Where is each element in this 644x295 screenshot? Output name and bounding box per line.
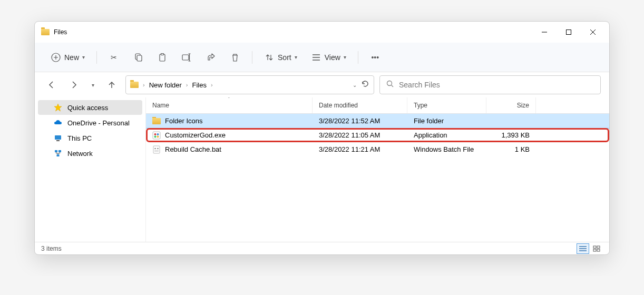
list-icon (311, 52, 321, 63)
svg-point-27 (154, 133, 157, 135)
rename-button[interactable] (176, 49, 197, 66)
column-type-label: Type (414, 102, 427, 109)
details-view-toggle[interactable] (577, 243, 589, 254)
sidebar-item-network[interactable]: Network (38, 146, 142, 161)
chevron-down-icon: ▾ (344, 54, 346, 60)
file-name: Folder Icons (165, 117, 203, 125)
svg-point-18 (387, 81, 392, 86)
search-box[interactable] (379, 75, 601, 94)
svg-rect-22 (56, 140, 60, 141)
titlebar: Files (35, 22, 609, 43)
scissors-icon: ✂ (109, 52, 119, 63)
content-area: Quick access OneDrive - Personal This PC… (35, 97, 609, 242)
file-row[interactable]: CustomizerGod.exe3/28/2022 11:05 AMAppli… (146, 128, 609, 142)
close-button[interactable] (581, 24, 605, 41)
recent-dropdown[interactable]: ▾ (87, 76, 98, 93)
sidebar-item-onedrive[interactable]: OneDrive - Personal (38, 115, 142, 130)
up-button[interactable] (103, 76, 120, 93)
file-row[interactable]: Rebuild Cache.bat3/28/2022 11:21 AMWindo… (146, 142, 609, 156)
address-bar[interactable]: › New folder › Files › ⌄ (125, 75, 374, 94)
svg-rect-39 (597, 246, 600, 248)
ellipsis-icon: ••• (370, 52, 380, 63)
toolbar: New ▾ ✂ Sort ▾ View ▾ ••• (35, 43, 609, 72)
chevron-down-icon: ▾ (295, 54, 297, 60)
file-name: CustomizerGod.exe (165, 131, 226, 139)
svg-rect-38 (593, 246, 596, 248)
view-button[interactable]: View ▾ (306, 49, 352, 66)
cloud-icon (54, 119, 62, 127)
file-explorer-window: Files New ▾ ✂ Sort ▾ View ▾ (34, 21, 610, 255)
search-input[interactable] (399, 81, 594, 89)
sidebar-item-label: OneDrive - Personal (67, 119, 130, 127)
maximize-button[interactable] (557, 24, 581, 41)
share-button[interactable] (200, 49, 221, 66)
chevron-down-icon[interactable]: ⌄ (353, 82, 357, 88)
sort-button[interactable]: Sort ▾ (259, 49, 303, 66)
nav-row: ▾ › New folder › Files › ⌄ (35, 72, 609, 97)
sidebar-item-label: Network (67, 150, 93, 158)
sidebar-item-label: This PC (67, 134, 92, 142)
sidebar-item-quick-access[interactable]: Quick access (38, 100, 142, 115)
folder-icon (41, 29, 50, 35)
svg-rect-11 (182, 55, 189, 60)
minimize-button[interactable] (532, 24, 557, 41)
breadcrumb-segment[interactable]: New folder (147, 80, 184, 90)
svg-rect-34 (154, 150, 159, 152)
chevron-right-icon: › (211, 82, 213, 88)
file-size: 1,393 KB (486, 131, 536, 139)
status-text: 3 items (41, 245, 62, 252)
more-button[interactable]: ••• (365, 49, 386, 66)
back-button[interactable] (43, 76, 60, 93)
column-name-label: Name (152, 102, 169, 109)
view-label: View (325, 53, 340, 62)
paste-button[interactable] (152, 49, 173, 66)
plus-circle-icon (51, 52, 61, 63)
svg-point-32 (154, 148, 156, 149)
column-date[interactable]: Date modified (313, 97, 407, 113)
svg-rect-10 (161, 53, 164, 55)
svg-rect-41 (597, 249, 600, 251)
network-icon (54, 149, 62, 158)
pc-icon (54, 134, 62, 142)
svg-rect-24 (58, 150, 61, 152)
svg-point-28 (157, 133, 159, 135)
new-button[interactable]: New ▾ (45, 49, 90, 66)
sidebar-item-label: Quick access (67, 104, 108, 112)
refresh-button[interactable] (361, 80, 369, 90)
bat-icon (152, 145, 161, 154)
chevron-right-icon: › (143, 82, 145, 88)
column-size[interactable]: Size (486, 97, 536, 113)
search-icon (386, 80, 394, 90)
svg-rect-23 (55, 150, 57, 152)
cut-button[interactable]: ✂ (103, 49, 124, 66)
trash-icon (230, 52, 240, 63)
file-type: Application (407, 131, 486, 139)
toolbar-separator (96, 51, 97, 64)
delete-button[interactable] (225, 49, 246, 66)
chevron-down-icon: ▾ (82, 54, 85, 60)
svg-rect-25 (57, 154, 60, 156)
exe-icon (152, 131, 161, 140)
file-name: Rebuild Cache.bat (165, 145, 221, 153)
rename-icon (181, 52, 192, 63)
main-panel: ˄ Name Date modified Type Size Folder Ic… (145, 97, 609, 242)
svg-line-19 (392, 85, 394, 87)
column-type[interactable]: Type (407, 97, 486, 113)
file-type: File folder (407, 117, 486, 125)
chevron-down-icon: ▾ (92, 82, 94, 88)
breadcrumb-segment[interactable]: Files (190, 80, 208, 90)
sort-indicator-icon: ˄ (228, 97, 230, 102)
sidebar-item-this-pc[interactable]: This PC (38, 131, 142, 145)
forward-button[interactable] (65, 76, 82, 93)
copy-button[interactable] (128, 49, 149, 66)
file-date: 3/28/2022 11:05 AM (313, 131, 407, 139)
file-row[interactable]: Folder Icons3/28/2022 11:52 AMFile folde… (146, 114, 609, 128)
file-list[interactable]: Folder Icons3/28/2022 11:52 AMFile folde… (146, 114, 609, 242)
svg-rect-26 (153, 132, 160, 139)
folder-icon (130, 82, 139, 88)
thumbnails-view-toggle[interactable] (590, 243, 603, 254)
window-title: Files (54, 28, 67, 36)
svg-rect-1 (567, 30, 571, 35)
column-name[interactable]: ˄ Name (146, 97, 313, 113)
svg-point-30 (157, 135, 159, 137)
